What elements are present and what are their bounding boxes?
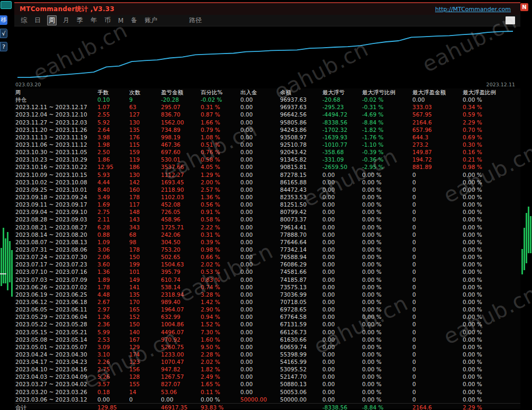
column-header: 手数	[97, 88, 129, 96]
equity-curve-svg	[15, 28, 516, 81]
table-row: 2023.08.21 ~ 2023.08.276.283431725.712.2…	[15, 224, 520, 231]
panel-titlebar: MTCommander统计 ,V3.33 http://MTCommander.…	[14, 3, 520, 15]
table-row: 2023.09.04 ~ 2023.09.102.75148726.050.91…	[15, 208, 520, 216]
candlestick-fragment	[530, 216, 531, 253]
candlestick-fragment	[521, 249, 523, 274]
table-row: 2023.08.07 ~ 2023.08.131.0998304.500.39 …	[15, 238, 520, 246]
total-row: 合计129.8546917.3593.83 %-8338.56-8.84 %21…	[15, 403, 520, 410]
table-row: 2023.10.23 ~ 2023.10.291.86119530.010.58…	[15, 156, 520, 163]
equity-chart: 023.03.20 2023.12.11	[14, 26, 520, 88]
chart-start-date: 023.03.20	[15, 82, 41, 87]
tab-9[interactable]: 备	[130, 16, 138, 25]
table-row: 2023.05.08 ~ 2023.05.142.53167970.921.60…	[15, 336, 520, 343]
panel-title: MTCommander统计 ,V3.33	[20, 5, 114, 14]
table-body: 持仓0.109-20.28-0.02 %0.0096937.63-20.68-0…	[15, 96, 520, 410]
news-icon[interactable]: N	[520, 3, 528, 11]
column-header: 次数	[129, 88, 161, 96]
table-row: 2023.06.19 ~ 2023.06.254.481352318.943.2…	[15, 291, 520, 298]
column-header: 最大浮亏	[322, 88, 362, 96]
tab-1[interactable]: 综	[20, 16, 28, 25]
candlestick-fragment	[526, 213, 527, 263]
tab-7[interactable]: 币	[103, 16, 112, 25]
table-row: 2023.05.15 ~ 2023.05.215.991404496.077.3…	[15, 328, 520, 336]
tab-10[interactable]: 账户	[143, 16, 158, 25]
candlestick-fragment	[11, 250, 13, 297]
table-row: 2023.05.29 ~ 2023.06.041.26152632.990.94…	[15, 313, 520, 320]
chart-end-date: 2023.12.11	[486, 82, 515, 87]
table-row: 2023.07.10 ~ 2023.07.161.36101395.790.53…	[15, 268, 520, 275]
column-header: 最大浮盈金额	[412, 88, 463, 96]
candlestick-fragment	[5, 238, 6, 283]
table-row: 2023.06.12 ~ 2023.06.182.67170989.401.42…	[15, 298, 520, 306]
table-row: 2023.09.18 ~ 2023.09.243.491781102.031.3…	[15, 193, 520, 201]
candlestick-fragment	[9, 241, 11, 282]
move-icon[interactable]: 移	[0, 15, 7, 25]
candlestick-fragment	[528, 207, 529, 253]
column-header: 百分比%	[201, 88, 240, 96]
table-row: 2023.03.27 ~ 2023.04.023.57155827.071.65…	[15, 380, 520, 388]
column-header: 最大浮盈比例	[463, 88, 516, 96]
table-row: 2023.10.16 ~ 2023.10.2212.951863537.664.…	[15, 163, 520, 171]
table-row: 2023.11.27 ~ 2023.12.035.921301562.001.6…	[15, 119, 520, 126]
table-row: 2023.07.17 ~ 2023.07.233.601991504.632.0…	[15, 261, 520, 268]
column-header: 出入金	[240, 88, 280, 96]
table-row: 2023.03.20 ~ 2023.03.260.181453.060.11 %…	[15, 388, 520, 396]
table-row: 2023.10.30 ~ 2023.11.052.50159697.600.76…	[15, 148, 520, 156]
mt4-left-toolbar: 移 √ ?	[0, 0, 14, 410]
tab-2[interactable]: 日	[33, 16, 42, 25]
panel-url-link[interactable]: http://MTCommander.com	[435, 6, 511, 13]
table-row: 2023.03.06 ~ 2023.03.120.0000.000.00 %50…	[15, 396, 520, 403]
table-row: 2023.10.02 ~ 2023.10.084.441421693.452.0…	[15, 179, 520, 186]
table-row: 2023.05.01 ~ 2023.05.073.091295260.759.5…	[15, 343, 520, 351]
table-row: 2023.11.20 ~ 2023.11.262.64135734.890.79…	[15, 126, 520, 133]
help-icon[interactable]: ?	[0, 42, 7, 51]
holding-row: 持仓0.109-20.28-0.02 %0.0096937.63-20.68-0…	[15, 96, 520, 103]
tab-4[interactable]: 月	[62, 16, 70, 25]
tab-5[interactable]: 季	[76, 16, 84, 25]
table-header: 周手数次数盈亏金额百分比%出入金余额最大浮亏最大浮亏比例最大浮盈金额最大浮盈比例	[15, 88, 520, 96]
toolbar-button[interactable]	[506, 16, 515, 24]
candlestick-fragment	[524, 228, 525, 270]
statistics-panel: MTCommander统计 ,V3.33 http://MTCommander.…	[14, 2, 520, 409]
table-row: 2023.10.09 ~ 2023.10.155.931301112.271.2…	[15, 171, 520, 179]
table-row: 2023.12.04 ~ 2023.12.102.55127836.700.87…	[15, 111, 520, 118]
table-row: 2023.07.31 ~ 2023.08.063.06178753.200.98…	[15, 246, 520, 253]
tab-6[interactable]: 年	[89, 16, 98, 25]
chart-icon[interactable]	[1, 1, 12, 9]
table-row: 2023.06.26 ~ 2023.07.021.78141538.140.74…	[15, 283, 520, 291]
tab-bar: 综日周月季年币M备账户 路径	[14, 15, 520, 26]
candlestick-fragment	[7, 232, 8, 290]
candlestick-fragment	[1, 248, 2, 286]
tab-8[interactable]: M	[117, 17, 124, 24]
tab-bar-items: 综日周月季年币M备账户	[20, 15, 158, 25]
table-row: 2023.12.11 ~ 2023.12.171.0763295.070.31 …	[15, 103, 520, 111]
table-row: 2023.08.14 ~ 2023.08.200.8868242.060.31 …	[15, 231, 520, 238]
table-row: 2023.04.10 ~ 2023.04.162.75156947.821.82…	[15, 366, 520, 373]
table-row: 2023.09.11 ~ 2023.09.171.69117452.080.56…	[15, 201, 520, 208]
column-header: 周	[15, 88, 97, 96]
column-header: 盈亏金额	[161, 88, 201, 96]
check-icon[interactable]: √	[0, 29, 7, 38]
mt4-desktop: 移 √ ? N MTCommander统计 ,V3.33 http://MTCo…	[0, 0, 532, 410]
tab-3[interactable]: 周	[47, 15, 57, 25]
column-header: 余额	[280, 88, 322, 96]
table-row: 2023.08.28 ~ 2023.09.032.11143458.960.58…	[15, 216, 520, 223]
table-row: 2023.04.17 ~ 2023.04.232.261231070.472.0…	[15, 358, 520, 366]
table-row: 2023.11.06 ~ 2023.11.121.98115467.360.51…	[15, 141, 520, 148]
column-header: 最大浮亏比例	[362, 88, 412, 96]
table-row: 2023.06.05 ~ 2023.06.112.971651964.072.9…	[15, 306, 520, 313]
price-marker	[0, 273, 6, 274]
table-row: 2023.11.13 ~ 2023.11.193.98176998.191.08…	[15, 133, 520, 141]
candlestick-fragment	[3, 228, 4, 283]
stats-table: 周手数次数盈亏金额百分比%出入金余额最大浮亏最大浮亏比例最大浮盈金额最大浮盈比例…	[14, 88, 520, 410]
table-row: 2023.05.22 ~ 2023.05.282.361501004.861.5…	[15, 320, 520, 328]
table-row: 2023.04.24 ~ 2023.04.303.101741233.002.2…	[15, 351, 520, 358]
table-row: 2023.04.03 ~ 2023.04.095.261281267.572.4…	[15, 373, 520, 380]
table-row: 2023.07.03 ~ 2023.07.091.89149610.740.83…	[15, 276, 520, 283]
path-label: 路径	[189, 16, 202, 25]
table-row: 2023.07.24 ~ 2023.07.302.06150502.650.66…	[15, 253, 520, 261]
table-row: 2023.09.25 ~ 2023.10.018.401602118.902.5…	[15, 186, 520, 193]
